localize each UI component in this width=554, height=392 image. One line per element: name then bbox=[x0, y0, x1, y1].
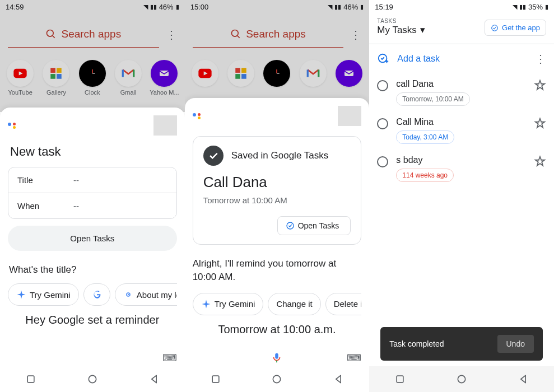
app-yahoo-mail[interactable]: Yahoo M... bbox=[147, 60, 181, 96]
more-icon[interactable]: ⋮ bbox=[535, 52, 546, 66]
nav-bar bbox=[185, 366, 370, 392]
assistant-bottom-bar: ⌨ bbox=[185, 346, 370, 366]
chip-try-gemini[interactable]: Try Gemini bbox=[8, 283, 79, 306]
assistant-panel: Saved in Google Tasks Call Dana Tomorrow… bbox=[185, 98, 370, 366]
app-yahoo-mail[interactable] bbox=[332, 60, 366, 87]
saved-task-card: Saved in Google Tasks Call Dana Tomorrow… bbox=[193, 136, 362, 245]
task-item[interactable]: call Dana Tomorrow, 10:00 AM bbox=[369, 73, 554, 111]
chip-about-location[interactable]: About my lo bbox=[115, 283, 177, 306]
svg-point-15 bbox=[232, 30, 239, 37]
profile-avatar[interactable] bbox=[153, 115, 177, 136]
task-checkbox[interactable] bbox=[377, 80, 388, 91]
assistant-prompt: What's the title? bbox=[9, 264, 176, 276]
battery-label: 35% bbox=[528, 3, 543, 11]
app-gallery[interactable]: Gallery bbox=[39, 60, 73, 96]
home-bg: 15:00 ◥ ▮▮ 46% ▮ Search apps ⋮ bbox=[185, 0, 370, 112]
add-task-row: Add a task ⋮ bbox=[369, 44, 554, 73]
assistant-header bbox=[193, 106, 362, 126]
open-tasks-button[interactable]: Open Tasks bbox=[277, 216, 351, 235]
app-gallery[interactable] bbox=[224, 60, 258, 87]
status-bar: 14:59 ◥ ▮▮ 46% ▮ bbox=[0, 0, 185, 13]
chip-try-gemini[interactable]: Try Gemini bbox=[193, 293, 264, 315]
star-icon[interactable] bbox=[534, 79, 546, 91]
task-item[interactable]: s bday 114 weeks ago bbox=[369, 150, 554, 188]
status-time: 15:00 bbox=[190, 3, 209, 11]
svg-rect-25 bbox=[344, 71, 353, 76]
profile-avatar[interactable] bbox=[338, 106, 361, 126]
star-icon[interactable] bbox=[534, 117, 546, 129]
get-app-button[interactable]: Get the app bbox=[485, 20, 546, 36]
svg-rect-10 bbox=[160, 71, 169, 76]
task-title: Call Mina bbox=[396, 117, 526, 127]
assistant-bottom-bar: ⌨ bbox=[0, 346, 185, 366]
svg-rect-18 bbox=[235, 68, 240, 73]
search-placeholder: Search apps bbox=[246, 28, 306, 40]
task-date-badge[interactable]: Today, 3:00 AM bbox=[396, 130, 454, 144]
nav-back[interactable] bbox=[518, 374, 529, 385]
more-icon[interactable]: ⋮ bbox=[350, 28, 361, 41]
add-task-button[interactable]: Add a task bbox=[377, 53, 440, 65]
svg-point-12 bbox=[128, 294, 129, 295]
signal-icon: ▮▮ bbox=[334, 3, 341, 11]
apps-row: YouTube Gallery Clock Gmail Yahoo M... bbox=[0, 55, 185, 100]
search-placeholder: Search apps bbox=[61, 28, 121, 40]
field-when[interactable]: When -- bbox=[8, 193, 176, 218]
app-youtube[interactable] bbox=[188, 60, 222, 87]
svg-rect-21 bbox=[241, 74, 246, 79]
app-gmail[interactable] bbox=[296, 60, 330, 87]
chips-row: Try Gemini About my lo bbox=[8, 283, 177, 306]
saved-task-time: Tomorrow at 10:00 AM bbox=[203, 195, 351, 205]
search-apps[interactable]: Search apps bbox=[193, 21, 344, 48]
open-tasks-button[interactable]: Open Tasks bbox=[8, 226, 177, 251]
svg-point-36 bbox=[458, 375, 465, 382]
svg-rect-29 bbox=[212, 376, 219, 382]
check-icon bbox=[203, 146, 224, 166]
search-icon bbox=[230, 29, 241, 40]
tasks-header: TASKS My Tasks ▾ Get the app bbox=[369, 13, 554, 40]
nav-back[interactable] bbox=[333, 374, 344, 385]
transcript: Hey Google set a reminder bbox=[8, 314, 177, 326]
nav-home[interactable] bbox=[271, 374, 282, 385]
status-time: 15:19 bbox=[375, 3, 393, 11]
keyboard-icon[interactable]: ⌨ bbox=[162, 352, 177, 364]
nav-home[interactable] bbox=[456, 374, 467, 385]
undo-button[interactable]: Undo bbox=[497, 335, 534, 353]
task-checkbox[interactable] bbox=[377, 156, 388, 167]
apps-row bbox=[185, 55, 370, 91]
task-checkbox[interactable] bbox=[377, 118, 388, 129]
app-gmail[interactable]: Gmail bbox=[111, 60, 145, 96]
task-date-badge[interactable]: Tomorrow, 10:00 AM bbox=[396, 92, 469, 106]
status-right: ◥ ▮▮ 46% ▮ bbox=[328, 3, 364, 11]
home-bg: 14:59 ◥ ▮▮ 46% ▮ Search apps ⋮ YouTube G… bbox=[0, 0, 185, 112]
nav-home[interactable] bbox=[87, 374, 98, 385]
nav-back[interactable] bbox=[148, 374, 160, 385]
app-clock[interactable] bbox=[260, 60, 294, 87]
mic-icon[interactable] bbox=[271, 352, 283, 364]
nav-recents[interactable] bbox=[210, 374, 221, 385]
app-youtube[interactable]: YouTube bbox=[3, 60, 37, 96]
app-clock[interactable]: Clock bbox=[76, 60, 109, 96]
svg-rect-5 bbox=[51, 74, 56, 79]
task-title: call Dana bbox=[396, 79, 526, 89]
task-date-badge[interactable]: 114 weeks ago bbox=[396, 169, 454, 182]
more-icon[interactable]: ⋮ bbox=[166, 28, 177, 41]
svg-rect-6 bbox=[57, 74, 62, 79]
tasks-list-dropdown[interactable]: My Tasks ▾ bbox=[377, 24, 425, 36]
chip-change-it[interactable]: Change it bbox=[268, 293, 320, 315]
chevron-down-icon: ▾ bbox=[420, 24, 425, 36]
keyboard-icon[interactable]: ⌨ bbox=[347, 352, 361, 364]
star-icon[interactable] bbox=[534, 155, 546, 167]
chip-delete-it[interactable]: Delete it bbox=[325, 293, 362, 315]
chip-google[interactable] bbox=[83, 283, 110, 306]
saved-in-label: Saved in Google Tasks bbox=[231, 150, 329, 161]
nav-recents[interactable] bbox=[25, 374, 36, 385]
svg-rect-27 bbox=[276, 353, 279, 359]
field-title[interactable]: Title -- bbox=[8, 167, 176, 193]
battery-icon: ▮ bbox=[360, 3, 364, 11]
task-item[interactable]: Call Mina Today, 3:00 AM bbox=[369, 111, 554, 150]
saved-task-title: Call Dana bbox=[203, 174, 351, 191]
search-apps[interactable]: Search apps bbox=[8, 21, 159, 48]
battery-icon: ▮ bbox=[545, 3, 548, 11]
nav-recents[interactable] bbox=[394, 374, 406, 385]
svg-line-16 bbox=[238, 36, 240, 38]
